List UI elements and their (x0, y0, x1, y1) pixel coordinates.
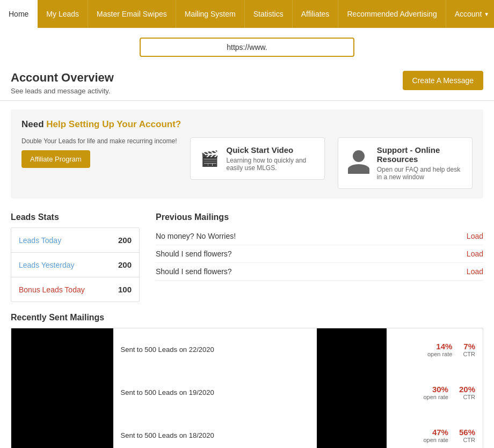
quick-start-desc: Learning how to quickly and easily use M… (227, 157, 315, 172)
quick-start-text: Quick Start Video Learning how to quickl… (227, 145, 315, 172)
ctr-0: 7% CTR (463, 342, 475, 357)
sent-rates-1: 30% open rate 20% CTR (387, 371, 483, 414)
sent-img-1 (11, 371, 113, 414)
nav-master-email-swipes[interactable]: Master Email Swipes (88, 0, 176, 28)
nav-recommended-advertising[interactable]: Recommended Advertising (338, 0, 446, 28)
nav-home[interactable]: Home (0, 0, 38, 28)
main-content: Leads Stats Leads Today 200 Leads Yester… (0, 207, 494, 313)
nav-mailing-system[interactable]: Mailing System (176, 0, 245, 28)
sent-date-text-1: Sent to 500 Leads on (121, 388, 189, 396)
leads-yesterday-label: Leads Yesterday (19, 261, 75, 269)
support-desc: Open our FAQ and help desk in a new wind… (377, 166, 462, 181)
main-nav: Home My Leads Master Email Swipes Mailin… (0, 0, 494, 28)
page-subtitle: See leads and message activity. (11, 87, 114, 95)
nav-statistics[interactable]: Statistics (245, 0, 293, 28)
mailing-subject-1: Should I send flowers? (156, 249, 232, 258)
page-title: Account Overview (11, 71, 114, 85)
nav-account[interactable]: Account ▼ (446, 0, 494, 28)
recently-sent-heading: Recently Sent Mailings (11, 313, 483, 322)
open-rate-2: 47% open rate (423, 428, 448, 443)
prev-mailings-section: Previous Mailings No money? No Worries! … (156, 212, 483, 302)
support-title: Support - Online Resources (377, 145, 462, 164)
help-left-text: Double Your Leads for life and make recu… (21, 137, 177, 145)
mailing-row-2: Should I send flowers? Load (156, 263, 483, 281)
nav-affiliates[interactable]: Affiliates (293, 0, 339, 28)
sent-date-0: Sent to 500 Leads on 22/2020 (113, 328, 317, 371)
header-text: Account Overview See leads and message a… (11, 71, 114, 95)
sent-stats-img-1 (317, 371, 387, 414)
page-header: Account Overview See leads and message a… (0, 63, 494, 101)
sent-row-0: Sent to 500 Leads on 22/2020 14% open ra… (11, 328, 483, 371)
recently-sent-table: Sent to 500 Leads on 22/2020 14% open ra… (11, 328, 483, 448)
help-content: Double Your Leads for life and make recu… (21, 137, 473, 189)
recently-sent-section: Recently Sent Mailings Sent to 500 Leads… (0, 313, 494, 448)
leads-stats-section: Leads Stats Leads Today 200 Leads Yester… (11, 212, 140, 302)
sent-img-0 (11, 328, 113, 371)
help-section: Need Help Setting Up Your Account? Doubl… (11, 109, 483, 199)
url-bar-section: https://www. (0, 28, 494, 63)
stat-row-leads-today: Leads Today 200 (11, 228, 139, 253)
nav-my-leads[interactable]: My Leads (38, 0, 88, 28)
create-message-button[interactable]: Create A Message (403, 71, 483, 90)
url-display: https://www. (140, 38, 354, 57)
leads-today-label: Leads Today (19, 236, 61, 245)
sent-stats-img-2 (317, 414, 387, 449)
mailing-subject-0: No money? No Worries! (156, 232, 236, 240)
leads-today-value: 200 (118, 236, 132, 245)
sent-stats-img-0 (317, 328, 387, 371)
leads-yesterday-value: 200 (118, 260, 132, 269)
mailing-row-0: No money? No Worries! Load (156, 227, 483, 245)
quick-start-card[interactable]: 🎬 Quick Start Video Learning how to quic… (190, 137, 325, 180)
mailing-subject-2: Should I send flowers? (156, 267, 232, 276)
mailing-row-1: Should I send flowers? Load (156, 245, 483, 263)
stat-row-bonus-leads: Bonus Leads Today 100 (11, 277, 139, 302)
sent-date-1: Sent to 500 Leads on 19/2020 (113, 371, 317, 414)
affiliate-program-button[interactable]: Affiliate Program (21, 150, 90, 168)
sent-date-text-2: Sent to 500 Leads on (121, 431, 189, 439)
sent-row-1: Sent to 500 Leads on 19/2020 30% open ra… (11, 371, 483, 414)
person-icon (348, 150, 369, 176)
leads-stats-heading: Leads Stats (11, 212, 140, 222)
mailing-load-2[interactable]: Load (467, 267, 483, 276)
film-icon: 🎬 (200, 150, 219, 167)
open-rate-0: 14% open rate (427, 342, 452, 357)
sent-date-2: Sent to 500 Leads on 18/2020 (113, 414, 317, 449)
stat-row-leads-yesterday: Leads Yesterday 200 (11, 253, 139, 277)
ctr-2: 56% CTR (459, 428, 475, 443)
mailing-load-1[interactable]: Load (467, 249, 483, 258)
sent-date-text-0: Sent to 500 Leads on (121, 346, 189, 354)
stats-table: Leads Today 200 Leads Yesterday 200 Bonu… (11, 227, 140, 302)
sent-img-2 (11, 414, 113, 449)
quick-start-title: Quick Start Video (227, 145, 315, 155)
support-card[interactable]: Support - Online Resources Open our FAQ … (338, 137, 473, 189)
mailing-load-0[interactable]: Load (467, 232, 483, 240)
sent-rates-2: 47% open rate 56% CTR (387, 414, 483, 449)
open-rate-1: 30% open rate (423, 385, 448, 400)
chevron-down-icon: ▼ (484, 11, 489, 17)
sent-row-2: Sent to 500 Leads on 18/2020 47% open ra… (11, 414, 483, 449)
bonus-leads-label: Bonus Leads Today (19, 285, 85, 294)
prev-mailings-heading: Previous Mailings (156, 212, 483, 222)
help-title: Need Help Setting Up Your Account? (21, 119, 473, 130)
ctr-1: 20% CTR (459, 385, 475, 400)
support-text: Support - Online Resources Open our FAQ … (377, 145, 462, 181)
bonus-leads-value: 100 (118, 285, 132, 294)
help-left: Double Your Leads for life and make recu… (21, 137, 177, 168)
sent-rates-0: 14% open rate 7% CTR (387, 328, 483, 371)
